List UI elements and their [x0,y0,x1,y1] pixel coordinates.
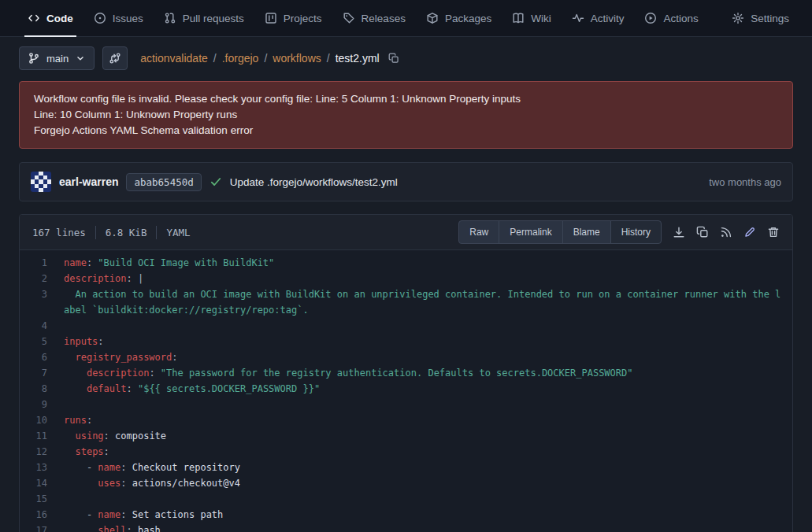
line-content: using: composite [57,428,792,444]
tab-wiki[interactable]: Wiki [502,0,562,36]
avatar[interactable] [31,172,51,192]
line-content: shell: bash [57,523,792,532]
code-line: 2description: | [20,271,792,286]
issue-icon [94,12,106,24]
tab-label: Wiki [531,13,551,24]
wiki-icon [512,12,525,24]
tab-label: Pull requests [183,13,244,24]
delete-file-button[interactable] [762,221,784,243]
code-line: 13 - name: Checkout repository [20,460,792,475]
tab-releases[interactable]: Releases [332,0,416,36]
compare-icon [109,52,121,65]
raw-button[interactable]: Raw [458,220,499,244]
tab-label: Projects [284,13,322,24]
breadcrumb-repo[interactable]: actionvalidate [140,52,208,65]
file-language: YAML [166,227,190,238]
line-content [57,491,792,507]
code-line: 1name: "Build OCI Image with BuildKit" [20,255,792,271]
line-number[interactable]: 12 [20,444,57,460]
branch-icon [28,52,40,65]
rss-icon [720,226,732,238]
workflow-error-banner: Workflow config file is invalid. Please … [19,81,793,149]
line-number[interactable]: 16 [20,507,57,523]
trash-icon [767,226,780,238]
file-view: 167 lines 6.8 KiB YAML Raw Permalink Bla… [19,214,793,532]
commit-time: two months ago [709,176,781,188]
commit-status-check-icon[interactable] [209,175,222,188]
code-line: 6 registry_password: [20,349,792,365]
pencil-icon [743,226,756,238]
copy-icon [388,53,399,64]
error-line-2: Line: 10 Column 1: Unknown Property runs [34,107,778,123]
code-line: 17 shell: bash [20,523,792,532]
code-line: 11 using: composite [20,428,792,444]
commit-message[interactable]: Update .forgejo/workflows/test2.yml [230,176,398,188]
line-number[interactable]: 7 [20,365,57,381]
line-number[interactable]: 3 [20,286,57,318]
tab-activity[interactable]: Activity [562,0,635,36]
line-number[interactable]: 10 [20,412,57,428]
line-number[interactable]: 11 [20,428,57,444]
file-action-icons [668,221,784,243]
line-number[interactable]: 9 [20,397,57,412]
line-content: name: "Build OCI Image with BuildKit" [57,255,792,271]
error-line-1: Workflow config file is invalid. Please … [34,91,778,107]
breadcrumb-dir-workflows[interactable]: workflows [273,52,321,65]
code-line: 4 [20,318,792,334]
line-number[interactable]: 13 [20,460,57,475]
tab-pull-requests[interactable]: Pull requests [154,0,254,36]
line-content: inputs: [57,334,792,349]
gear-icon [732,12,744,24]
branch-selector[interactable]: main [19,46,95,70]
tab-packages[interactable]: Packages [416,0,502,36]
breadcrumb: actionvalidate / .forgejo / workflows / … [140,52,399,65]
commit-author[interactable]: earl-warren [59,175,118,188]
line-number[interactable]: 17 [20,523,57,532]
compare-button[interactable] [102,46,128,70]
edit-file-button[interactable] [739,221,761,243]
line-content: description: "The password for the regis… [57,365,792,381]
line-content [57,318,792,334]
file-toolbar: main actionvalidate / .forgejo / workflo… [19,46,793,70]
tab-settings[interactable]: Settings [721,0,799,36]
line-content [57,397,792,412]
rss-feed-button[interactable] [715,221,737,243]
latest-commit-bar: earl-warren abab65450d Update .forgejo/w… [19,162,793,201]
line-content: uses: actions/checkout@v4 [57,475,792,491]
line-number[interactable]: 15 [20,491,57,507]
project-icon [265,12,277,24]
tab-issues[interactable]: Issues [83,0,154,36]
tab-projects[interactable]: Projects [254,0,332,36]
line-number[interactable]: 6 [20,349,57,365]
commit-sha-badge[interactable]: abab65450d [126,173,201,191]
line-number[interactable]: 1 [20,255,57,271]
code-icon [28,12,40,24]
download-button[interactable] [668,221,690,243]
line-content: runs: [57,412,792,428]
repo-tabs: CodeIssuesPull requestsProjectsReleasesP… [17,0,709,36]
breadcrumb-separator: / [264,52,267,65]
copy-content-button[interactable] [691,221,714,243]
tab-actions[interactable]: Actions [634,0,708,36]
line-content: - name: Set actions path [57,507,792,523]
line-number[interactable]: 2 [20,271,57,286]
blame-button[interactable]: Blame [562,220,611,244]
line-number[interactable]: 14 [20,475,57,491]
permalink-button[interactable]: Permalink [499,220,562,244]
history-button[interactable]: History [610,220,662,244]
line-number[interactable]: 4 [20,318,57,334]
line-number[interactable]: 5 [20,334,57,349]
tab-label: Code [46,13,73,24]
tab-code[interactable]: Code [17,0,83,36]
line-number[interactable]: 8 [20,381,57,397]
line-content: steps: [57,444,792,460]
code-line: 15 [20,491,792,507]
tab-label: Actions [663,13,698,24]
copy-path-button[interactable] [388,53,399,64]
tab-label: Issues [113,13,143,24]
line-content: registry_password: [57,349,792,365]
breadcrumb-dir-forgejo[interactable]: .forgejo [222,52,259,65]
breadcrumb-file: test2.yml [336,52,380,65]
code-line: 8 default: "${{ secrets.DOCKER_PASSWORD … [20,381,792,397]
code-line: 16 - name: Set actions path [20,507,792,523]
